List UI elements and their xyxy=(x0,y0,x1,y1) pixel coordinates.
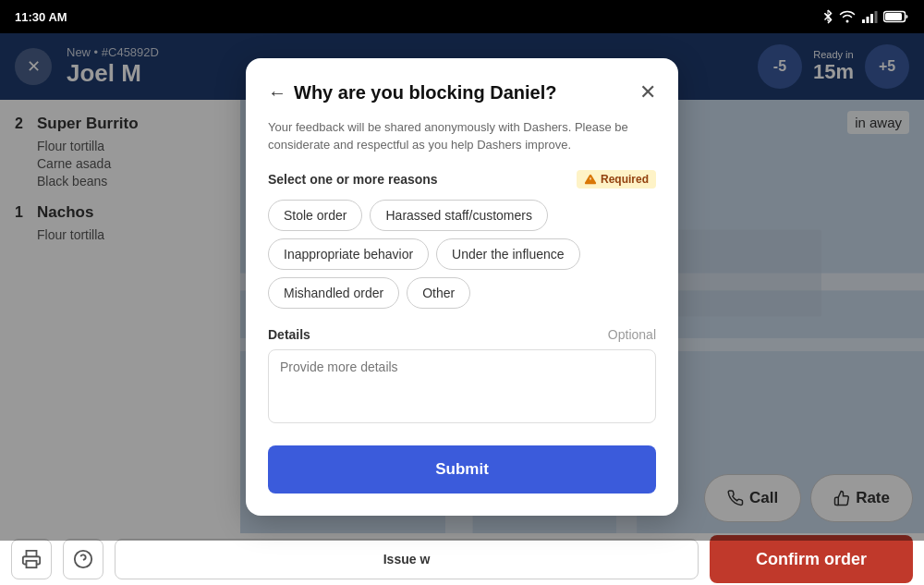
reason-chip-other[interactable]: Other xyxy=(407,277,470,309)
required-label: Required xyxy=(601,173,649,186)
modal-overlay: ← Why are you blocking Daniel? ✕ Your fe… xyxy=(0,33,924,541)
chip-label: Stole order xyxy=(284,208,346,223)
print-button[interactable] xyxy=(11,539,52,579)
bluetooth-icon xyxy=(822,9,833,24)
reason-chip-inappropriate[interactable]: Inappropriate behavior xyxy=(268,238,429,270)
help-button[interactable] xyxy=(63,539,103,579)
modal-back-button[interactable]: ← xyxy=(268,82,286,104)
block-dasher-modal: ← Why are you blocking Daniel? ✕ Your fe… xyxy=(246,58,678,515)
confirm-label: Confirm order xyxy=(756,550,867,568)
time-display: 11:30 AM xyxy=(15,10,67,24)
reason-chip-mishandled[interactable]: Mishandled order xyxy=(268,277,399,309)
status-bar: 11:30 AM xyxy=(0,0,924,33)
reason-chip-harassed[interactable]: Harassed staff/customers xyxy=(370,200,547,231)
reasons-grid: Stole order Harassed staff/customers Ina… xyxy=(268,200,656,309)
chip-label: Harassed staff/customers xyxy=(385,208,531,223)
wifi-icon xyxy=(839,10,856,23)
battery-icon xyxy=(883,10,909,23)
printer-icon xyxy=(21,549,42,569)
confirm-order-button[interactable]: Confirm order xyxy=(710,535,913,583)
reason-chip-under-influence[interactable]: Under the influence xyxy=(436,238,579,270)
bottom-toolbar: Issue w Confirm order xyxy=(0,533,924,585)
issue-button[interactable]: Issue w xyxy=(115,539,699,579)
svg-rect-7 xyxy=(885,13,902,20)
svg-line-1 xyxy=(825,17,829,20)
modal-close-button[interactable]: ✕ xyxy=(639,80,656,104)
svg-rect-4 xyxy=(870,14,873,23)
svg-rect-3 xyxy=(867,17,869,23)
reason-chip-stole-order[interactable]: Stole order xyxy=(268,200,362,231)
status-icons xyxy=(822,9,909,24)
chip-label: Under the influence xyxy=(452,247,564,262)
warning-icon xyxy=(584,173,597,186)
section-label: Select one or more reasons xyxy=(268,172,438,187)
details-optional: Optional xyxy=(608,327,656,342)
submit-label: Submit xyxy=(435,460,489,478)
modal-header: ← Why are you blocking Daniel? ✕ xyxy=(268,80,656,104)
issue-label: Issue w xyxy=(383,552,431,567)
chip-label: Other xyxy=(422,286,455,300)
svg-rect-2 xyxy=(862,19,865,23)
chip-label: Inappropriate behavior xyxy=(284,247,413,262)
submit-button[interactable]: Submit xyxy=(268,445,656,494)
details-header: Details Optional xyxy=(268,327,656,342)
details-textarea[interactable] xyxy=(268,349,656,423)
signal-icon xyxy=(861,10,878,23)
details-label: Details xyxy=(268,327,310,342)
modal-subtitle: Your feedback will be shared anonymously… xyxy=(268,119,656,152)
required-badge: Required xyxy=(577,170,656,189)
help-icon xyxy=(73,549,93,569)
svg-rect-16 xyxy=(27,561,37,567)
chip-label: Mishandled order xyxy=(284,286,383,300)
modal-title: Why are you blocking Daniel? xyxy=(294,82,639,104)
modal-section-header: Select one or more reasons Required xyxy=(268,170,656,189)
svg-rect-5 xyxy=(875,11,878,23)
